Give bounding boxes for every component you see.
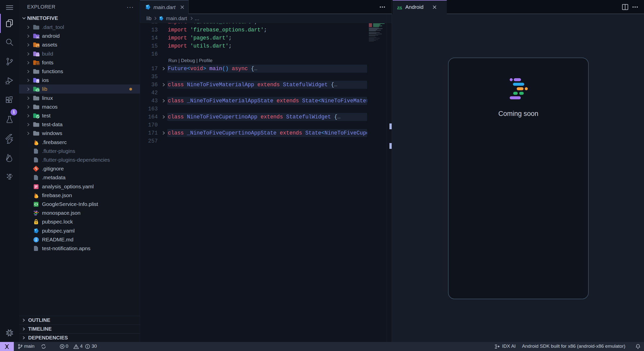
svg-text:TT: TT	[36, 62, 39, 65]
